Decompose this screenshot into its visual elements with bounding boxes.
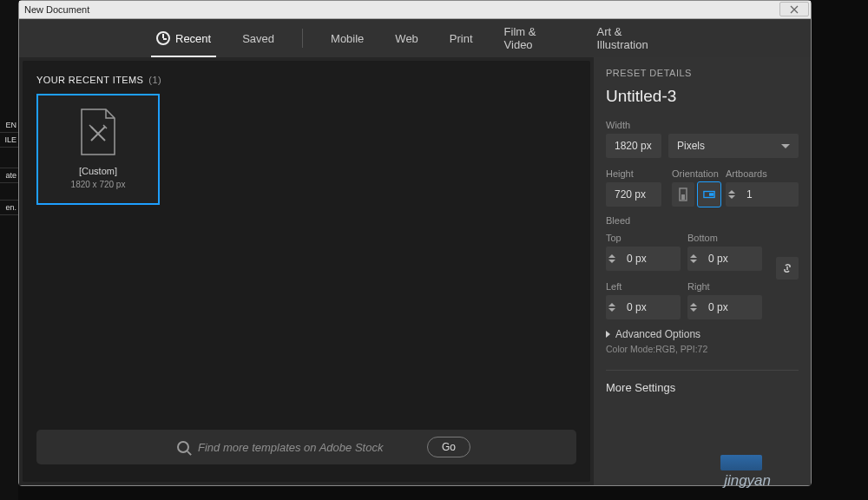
tab-film-video[interactable]: Film & Video — [489, 19, 582, 57]
artboards-label: Artboards — [726, 168, 799, 179]
search-icon — [177, 441, 189, 453]
create-button-obscured[interactable] — [720, 455, 762, 470]
tab-art-illustration[interactable]: Art & Illustration — [581, 19, 689, 57]
bleed-right-label: Right — [687, 281, 762, 292]
advanced-options-toggle[interactable]: Advanced Options — [606, 328, 799, 340]
more-settings-button[interactable]: More Settings — [606, 370, 799, 394]
chevron-down-icon — [781, 144, 790, 148]
bleed-label: Bleed — [606, 215, 799, 226]
preset-heading: PRESET DETAILS — [606, 68, 799, 78]
background-app-sidebar: ENILEateen. — [0, 0, 18, 500]
bleed-top-input[interactable]: 0 px — [606, 247, 681, 271]
tab-print[interactable]: Print — [434, 19, 489, 57]
bleed-left-input[interactable]: 0 px — [606, 295, 681, 319]
width-input[interactable]: 1820 px — [606, 134, 661, 158]
recent-heading: YOUR RECENT ITEMS (1) — [36, 75, 576, 85]
svg-rect-3 — [709, 193, 713, 196]
orientation-portrait[interactable] — [672, 182, 694, 207]
link-bleed-icon[interactable] — [776, 257, 799, 280]
height-label: Height — [606, 168, 667, 179]
height-input[interactable]: 720 px — [606, 182, 661, 207]
bleed-right-input[interactable]: 0 px — [687, 295, 762, 319]
bleed-top-label: Top — [606, 233, 681, 243]
search-placeholder: Find more templates on Adobe Stock — [198, 441, 427, 454]
recent-preset-thumb[interactable]: [Custom] 1820 x 720 px — [36, 94, 160, 205]
bleed-bottom-input[interactable]: 0 px — [687, 247, 762, 271]
titlebar: New Document — [19, 1, 811, 19]
clock-icon — [156, 31, 170, 45]
close-button[interactable] — [779, 2, 809, 16]
artboards-stepper[interactable]: 1 — [726, 182, 799, 207]
chevron-right-icon — [606, 331, 610, 338]
artboards-down[interactable] — [728, 195, 735, 199]
bleed-bottom-label: Bottom — [687, 233, 762, 243]
category-tabs: Recent Saved Mobile Web Print Film & Vid… — [19, 19, 811, 57]
thumb-label: [Custom] 1820 x 720 px — [71, 165, 126, 190]
tab-saved[interactable]: Saved — [227, 19, 290, 57]
orientation-landscape[interactable] — [698, 182, 720, 207]
document-icon — [78, 108, 118, 156]
tab-mobile[interactable]: Mobile — [315, 19, 379, 57]
bleed-left-label: Left — [606, 281, 681, 292]
svg-rect-1 — [681, 194, 685, 200]
document-name-input[interactable]: Untitled-3 — [606, 87, 799, 106]
tab-web[interactable]: Web — [379, 19, 434, 57]
new-document-dialog: New Document Recent Saved Mobile Web Pri… — [18, 0, 812, 486]
preset-details-panel: PRESET DETAILS Untitled-3 Width 1820 px … — [594, 57, 811, 485]
artboards-up[interactable] — [728, 190, 735, 194]
units-select[interactable]: Pixels — [668, 134, 799, 158]
tab-divider — [302, 29, 303, 48]
window-title: New Document — [24, 4, 89, 15]
tab-recent[interactable]: Recent — [141, 19, 227, 57]
recent-items-panel: YOUR RECENT ITEMS (1) [Custom] 1820 x 72… — [23, 61, 590, 482]
color-mode-info: Color Mode:RGB, PPI:72 — [606, 344, 799, 354]
width-label: Width — [606, 120, 799, 130]
stock-search-bar[interactable]: Find more templates on Adobe Stock Go — [36, 430, 576, 464]
orientation-label: Orientation — [672, 168, 720, 179]
go-button[interactable]: Go — [427, 437, 470, 457]
